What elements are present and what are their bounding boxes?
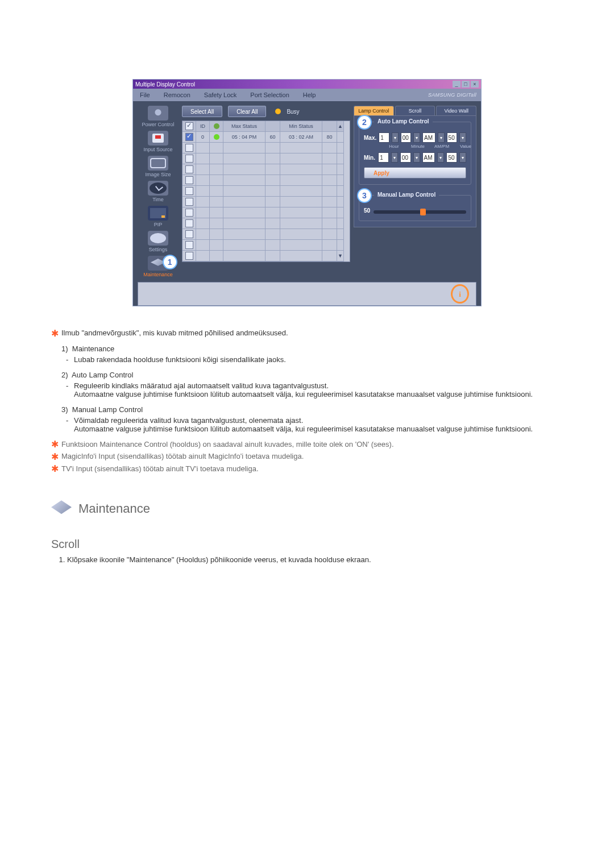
select-all-button[interactable]: Select All xyxy=(182,106,222,117)
row-checkbox[interactable] xyxy=(185,219,193,227)
chevron-down-icon[interactable]: ▾ xyxy=(391,152,398,163)
group-auto-lamp: 2 Auto Lamp Control Max. 1▾ 00▾ AM▾ 50▾ … xyxy=(359,122,471,185)
cell-min-val: 80 xyxy=(322,132,337,143)
auto-lamp-title: Auto Lamp Control xyxy=(374,118,433,124)
note-line: TV'i Input (sisendallikas) töötab ainult… xyxy=(51,464,563,474)
row-min: Min. 1▾ 00▾ AM▾ 50▾ xyxy=(364,152,466,163)
row-checkbox[interactable] xyxy=(185,144,193,152)
chevron-down-icon[interactable]: ▾ xyxy=(438,132,445,143)
sidebar-item-image-size[interactable]: Image Size xyxy=(145,156,171,177)
sidebar-item-input[interactable]: Input Source xyxy=(143,131,172,152)
star-icon xyxy=(51,441,59,448)
star-icon xyxy=(51,465,59,473)
minimize-icon[interactable]: _ xyxy=(453,81,460,88)
row-max: Max. 1▾ 00▾ AM▾ 50▾ xyxy=(364,132,466,143)
min-ampm-select[interactable]: AM xyxy=(422,152,435,163)
row-checkbox[interactable] xyxy=(185,165,193,173)
max-minute-input[interactable]: 00 xyxy=(401,132,412,143)
step-item: Klõpsake ikoonile "Maintenance" (Hooldus… xyxy=(67,555,563,564)
scroll-down-button[interactable]: ▼ xyxy=(337,251,344,261)
list-item: 3) Manual Lamp Control Võimaldab regulee… xyxy=(61,405,563,433)
close-icon[interactable]: × xyxy=(471,81,479,88)
slider-thumb[interactable] xyxy=(420,209,426,215)
max-hour-input[interactable]: 1 xyxy=(379,132,389,143)
brand-label: SAMSUNG DIGITall xyxy=(428,92,481,98)
group-manual-lamp: 3 Manual Lamp Control 50 xyxy=(359,195,471,221)
row-checkbox[interactable] xyxy=(185,241,193,249)
sidebar-item-pip[interactable]: PIP xyxy=(148,206,168,227)
row-checkbox[interactable] xyxy=(185,133,193,141)
row-checkbox[interactable] xyxy=(185,155,193,163)
row-checkbox[interactable] xyxy=(185,198,193,206)
note-line: Funktsioon Maintenance Control (hooldus)… xyxy=(51,440,563,449)
menu-help[interactable]: Help xyxy=(296,89,323,101)
sidebar-item-settings[interactable]: Settings xyxy=(148,231,168,252)
status-dot-icon xyxy=(214,134,219,140)
menu-safety-lock[interactable]: Safety Lock xyxy=(197,89,243,101)
time-icon xyxy=(148,181,168,196)
menu-file[interactable]: File xyxy=(133,89,157,101)
sidebar-item-time[interactable]: Time xyxy=(148,181,168,202)
status-header-icon xyxy=(214,123,219,129)
callout-badge-2: 2 xyxy=(357,115,372,130)
busy-label: Busy xyxy=(287,109,299,115)
cell-max-val: 60 xyxy=(265,132,280,143)
sidebar-item-maintenance[interactable]: Maintenance 1 xyxy=(143,256,173,277)
col-min-status: Min Status xyxy=(280,121,322,132)
tab-lamp-control[interactable]: Lamp Control xyxy=(354,106,394,115)
chevron-down-icon[interactable]: ▾ xyxy=(413,152,420,163)
clear-all-button[interactable]: Clear All xyxy=(228,106,266,117)
scroll-up-button[interactable]: ▲ xyxy=(337,121,344,132)
input-source-icon xyxy=(148,131,168,146)
center-pane: Select All Clear All Busy ID Max Status … xyxy=(182,106,350,277)
tab-video-wall[interactable]: Video Wall xyxy=(436,106,476,115)
app-window: Multiple Display Control _ □ × File Remo… xyxy=(133,80,481,306)
note-line: MagicInfo'i Input (sisendallikas) töötab… xyxy=(51,452,563,461)
status-bar: i xyxy=(138,282,476,306)
grid-header: ID Max Status Min Status ▲ xyxy=(182,121,350,132)
maximize-icon[interactable]: □ xyxy=(462,81,470,88)
row-checkbox[interactable] xyxy=(185,230,193,238)
cell-min-time: 03 : 02 AM xyxy=(280,132,322,143)
list-item: 2) Auto Lamp Control Reguleerib kindlaks… xyxy=(61,371,563,398)
list-item: 1) Maintenance Lubab rakendada hoolduse … xyxy=(61,344,563,364)
star-icon xyxy=(51,453,59,461)
sidebar-item-power[interactable]: Power Control xyxy=(142,106,174,127)
row-checkbox[interactable] xyxy=(185,176,193,184)
row-checkbox[interactable] xyxy=(185,209,193,217)
manual-value-label: 50 xyxy=(364,207,370,214)
display-grid: ID Max Status Min Status ▲ 0 05 : 04 PM … xyxy=(182,121,350,262)
select-all-checkbox[interactable] xyxy=(185,122,193,130)
chevron-down-icon[interactable]: ▾ xyxy=(437,152,444,163)
menu-remocon[interactable]: Remocon xyxy=(157,89,197,101)
min-hour-input[interactable]: 1 xyxy=(378,152,389,163)
row-checkbox[interactable] xyxy=(185,187,193,195)
busy-indicator-icon xyxy=(275,109,281,114)
apply-button[interactable]: Apply xyxy=(364,167,466,178)
max-value-input[interactable]: 50 xyxy=(447,132,458,143)
chevron-down-icon[interactable]: ▾ xyxy=(459,132,466,143)
col-id: ID xyxy=(196,121,210,132)
menu-port-selection[interactable]: Port Selection xyxy=(243,89,296,101)
chevron-down-icon[interactable]: ▾ xyxy=(392,132,399,143)
row-checkbox[interactable] xyxy=(185,252,193,260)
table-row[interactable]: 0 05 : 04 PM 60 03 : 02 AM 80 xyxy=(182,132,350,143)
min-value-input[interactable]: 50 xyxy=(446,152,457,163)
chevron-down-icon[interactable]: ▾ xyxy=(413,132,420,143)
section-heading: Maintenance xyxy=(51,500,563,517)
app-title: Multiple Display Control xyxy=(135,81,195,88)
star-icon xyxy=(51,330,59,338)
min-minute-input[interactable]: 00 xyxy=(400,152,411,163)
image-size-icon xyxy=(148,156,168,171)
section-title: Maintenance xyxy=(78,501,150,516)
cell-id: 0 xyxy=(196,132,210,143)
sidebar: Power Control Input Source Image Size Ti… xyxy=(138,106,179,277)
max-ampm-select[interactable]: AM xyxy=(422,132,435,143)
chevron-down-icon[interactable]: ▾ xyxy=(459,152,466,163)
manual-lamp-slider[interactable] xyxy=(374,210,466,214)
gear-icon xyxy=(148,231,168,246)
info-icon: i xyxy=(451,284,469,304)
manual-lamp-title: Manual Lamp Control xyxy=(374,192,439,198)
doc-intro: Ilmub "andmevõrgustik", mis kuvab mitmed… xyxy=(61,329,288,337)
tab-scroll[interactable]: Scroll xyxy=(395,106,435,115)
